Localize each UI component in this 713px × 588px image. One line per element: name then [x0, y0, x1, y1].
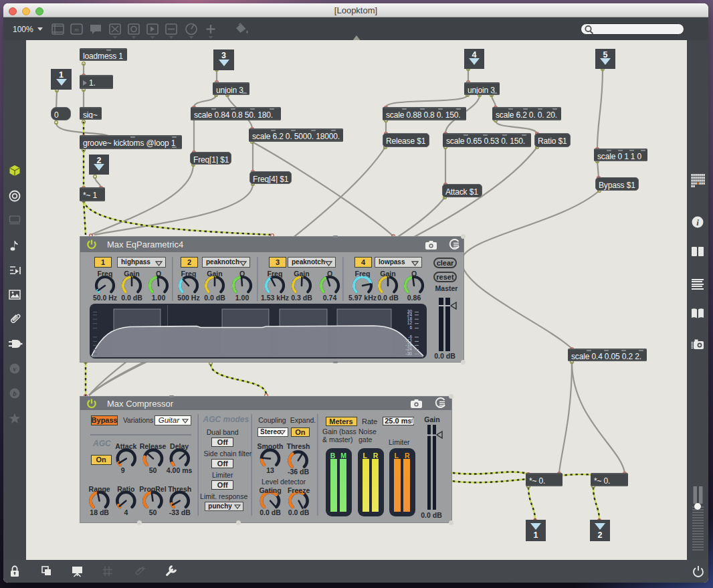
svg-text:m: m	[74, 26, 79, 33]
svg-text:i: i	[696, 217, 699, 227]
svg-text:6: 6	[409, 325, 412, 330]
svg-text:b: b	[13, 389, 17, 397]
svg-text:-30: -30	[406, 351, 413, 356]
svg-text:v: v	[13, 365, 17, 373]
